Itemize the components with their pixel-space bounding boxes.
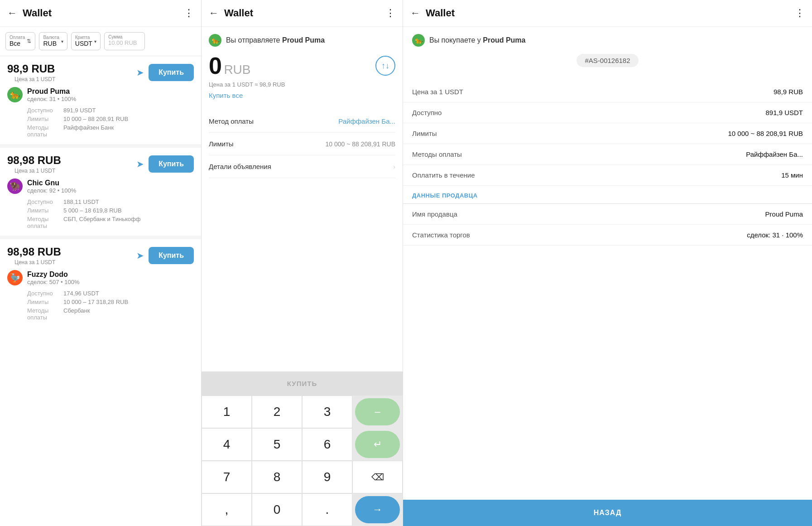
divider-1	[0, 144, 201, 148]
listing-3-avatar: 🦤	[7, 270, 23, 285]
numpad-key-2[interactable]: 2	[252, 396, 302, 428]
numpad-key-1[interactable]: 1	[202, 396, 252, 428]
numpad-key-5[interactable]: 5	[252, 428, 302, 461]
header-left: ← Wallet ⋮	[0, 0, 201, 27]
header-middle: ← Wallet ⋮	[202, 0, 403, 27]
price-hint: Цена за 1 USDT ≈ 98,9 RUB	[209, 81, 395, 88]
listing-2-detail-value-1: 5 000 – 18 619,8 RUB	[63, 207, 122, 214]
listing-3-share-button[interactable]: ➤	[136, 250, 144, 261]
numpad-key-0[interactable]: 0	[252, 493, 302, 526]
divider-2	[0, 236, 201, 239]
listing-1-seller-name: Proud Puma	[27, 87, 76, 96]
panel-middle: ← Wallet ⋮ 🐆 Вы отправляете Proud Puma 0…	[202, 0, 403, 526]
listing-2-buy-button[interactable]: Купить	[149, 155, 194, 173]
back-button-middle[interactable]: ←	[209, 7, 219, 19]
payment-updown-icon: ⇅	[27, 38, 31, 44]
detail-label-2: Лимиты	[403, 123, 593, 144]
currency-value: RUB	[43, 40, 57, 47]
back-btn-container: НАЗАД	[403, 500, 812, 526]
title-middle: Wallet	[224, 7, 385, 19]
back-btn[interactable]: НАЗАД	[403, 500, 812, 526]
numpad-key-7[interactable]: 7	[202, 461, 252, 493]
listing-2-detail-label-1: Лимиты	[27, 207, 63, 214]
listing-3: 98,98 RUB Цена за 1 USDT ➤ Купить 🦤 Fuzz…	[0, 239, 201, 327]
detail-value-3: Райффайзен Ба...	[593, 144, 812, 165]
menu-button-right[interactable]: ⋮	[795, 7, 805, 19]
details-row[interactable]: Детали объявления ›	[209, 155, 395, 178]
header-right: ← Wallet ⋮	[403, 0, 812, 27]
seller-detail-value-0: Proud Puma	[610, 204, 812, 225]
listing-1-price: 98,9 RUB	[7, 63, 62, 75]
seller-section-header: ДАННЫЕ ПРОДАВЦА	[403, 186, 812, 203]
detail-value-4: 15 мин	[593, 165, 812, 186]
listing-3-price-sub: Цена за 1 USDT	[7, 258, 62, 265]
listing-3-details: Доступно 174,96 USDT Лимиты 10 000 – 17 …	[0, 287, 201, 327]
numpad-key-enter[interactable]: ↵	[355, 431, 400, 458]
listing-1-detail-label-1: Лимиты	[27, 116, 63, 122]
seller-detail-label-0: Имя продавца	[403, 204, 610, 225]
listing-2-price-sub: Цена за 1 USDT	[7, 167, 62, 174]
listing-2-price: 98,98 RUB	[7, 154, 62, 167]
seller-detail-row-0: Имя продавца Proud Puma	[403, 204, 812, 225]
numpad-key-3[interactable]: 3	[302, 396, 352, 428]
listing-1-detail-value-2: Райффайзен Банк	[63, 124, 114, 138]
amount-label: Сумма	[108, 34, 141, 39]
listing-1-detail-label-2: Методы оплаты	[27, 124, 63, 138]
listing-3-seller-stats: сделок: 507 • 100%	[27, 279, 79, 285]
menu-button-left[interactable]: ⋮	[184, 7, 194, 19]
amount-currency: RUB	[224, 63, 250, 77]
numpad-buy-button[interactable]: КУПИТЬ	[202, 372, 403, 396]
amount-placeholder: 10.00 RUB	[108, 39, 141, 46]
seller-detail-row-1: Статистика торгов сделок: 31 · 100%	[403, 225, 812, 246]
numpad-key-minus[interactable]: –	[355, 398, 400, 425]
seller-detail-value-1: сделок: 31 · 100%	[610, 225, 812, 246]
listing-1-share-button[interactable]: ➤	[136, 67, 144, 78]
seller-detail-table: Имя продавца Proud Puma Статистика торго…	[403, 204, 812, 246]
menu-button-middle[interactable]: ⋮	[385, 7, 395, 19]
listing-3-detail-label-1: Лимиты	[27, 299, 63, 305]
listing-2-detail-value-0: 188,11 USDT	[63, 198, 99, 205]
seller-detail-label-1: Статистика торгов	[403, 225, 610, 246]
send-avatar: 🐆	[209, 34, 221, 47]
detail-label-0: Цена за 1 USDT	[403, 82, 593, 102]
details-chevron-icon: ›	[393, 163, 395, 170]
details-label: Детали объявления	[209, 163, 271, 170]
filter-amount[interactable]: Сумма 10.00 RUB	[104, 32, 145, 50]
detail-row-3: Методы оплаты Райффайзен Ба...	[403, 144, 812, 165]
numpad-key-dot[interactable]: .	[302, 493, 352, 526]
payment-method-label: Метод оплаты	[209, 117, 254, 125]
filter-currency[interactable]: Валюта RUB ▾	[39, 32, 67, 50]
back-button-left[interactable]: ←	[7, 7, 17, 19]
buy-all-link[interactable]: Купить все	[209, 92, 243, 99]
listing-1-avatar: 🐆	[7, 87, 23, 102]
listing-3-detail-value-2: Сбербанк	[63, 307, 90, 321]
numpad-key-9[interactable]: 9	[302, 461, 352, 493]
listing-1-buy-button[interactable]: Купить	[149, 64, 194, 81]
listing-3-price: 98,98 RUB	[7, 246, 62, 258]
numpad-key-6[interactable]: 6	[302, 428, 352, 461]
back-button-right[interactable]: ←	[410, 7, 420, 19]
listing-2-share-button[interactable]: ➤	[136, 159, 144, 169]
filter-payment[interactable]: Оплата Все ⇅	[5, 32, 35, 50]
right-scroll: 🐆 Вы покупаете у Proud Puma #AS-00126182…	[403, 27, 812, 500]
numpad-key-backspace[interactable]: ⌫	[352, 461, 403, 493]
listing-3-detail-value-1: 10 000 – 17 318,28 RUB	[63, 299, 128, 305]
numpad-key-4[interactable]: 4	[202, 428, 252, 461]
crypto-value: USDT	[75, 40, 92, 47]
payment-label: Оплата	[10, 35, 25, 40]
numpad-key-next[interactable]: →	[355, 496, 400, 523]
detail-label-4: Оплатить в течение	[403, 165, 593, 186]
buy-avatar: 🐆	[412, 34, 425, 47]
payment-method-value: Райффайзен Ба...	[338, 117, 395, 125]
listing-3-detail-label-2: Методы оплаты	[27, 307, 63, 321]
listing-3-buy-button[interactable]: Купить	[149, 247, 194, 264]
swap-button[interactable]: ↑↓	[375, 56, 395, 76]
title-left: Wallet	[23, 7, 184, 19]
numpad-key-8[interactable]: 8	[252, 461, 302, 493]
filter-crypto[interactable]: Крипта USDT ▾	[71, 32, 101, 50]
listing-1-price-sub: Цена за 1 USDT	[7, 75, 62, 82]
detail-label-1: Доступно	[403, 102, 593, 123]
listing-2-seller-name: Chic Gnu	[27, 179, 76, 187]
detail-table: Цена за 1 USDT 98,9 RUB Доступно 891,9 U…	[403, 82, 812, 186]
numpad-key-comma[interactable]: ,	[202, 493, 252, 526]
